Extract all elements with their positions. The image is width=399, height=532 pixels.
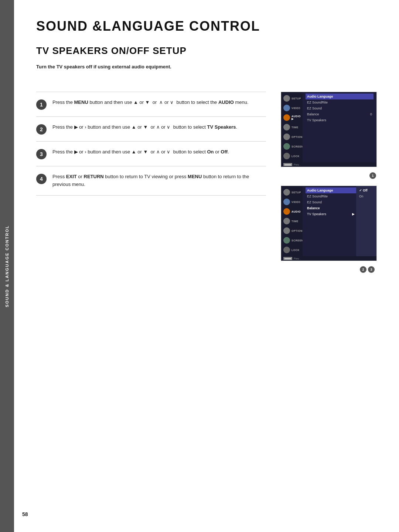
badge-3: 3 [368,266,375,273]
page-number: 58 [22,511,28,517]
steps-container: 1 Press the MENU button and then use ▲ o… [36,92,377,273]
sidebar-label: Sound & Language Control [5,225,9,307]
menu-screenshot-2: SETUP VIDEO AUDIO TIME [281,186,377,261]
menu1-footer-btn: ▬▬▬ [283,163,292,166]
menu1-ez-sound: EZ Sound [306,105,374,111]
step-number-4: 4 [36,174,47,184]
sidebar: Sound & Language Control [0,0,14,532]
menu1-footer: ▬▬▬ Prev . [281,162,376,167]
menu2-item-time: TIME [281,216,303,226]
menu1-item-video: VIDEO [281,103,303,113]
menu1-audio-language: Audio Language [306,94,374,99]
intro-text: Turn the TV speakers off if using extern… [36,64,377,70]
step-2: 2 Press the ▶ or › button and then use ▲… [36,116,266,141]
menu1-tv-speakers: TV Speakers [306,117,374,123]
menu1-balance: Balance0 [306,111,374,117]
submenu-off: ✓ Off [358,187,374,193]
menu2-submenu: ✓ Off On [356,186,376,256]
badge-row-23: 2 3 [281,265,377,273]
menu2-footer-text: Prev . [294,257,300,260]
main-content: Sound &Language Control TV Speakers On/O… [14,0,399,291]
badge-row-1: 1 [281,171,377,179]
menu-screenshots: SETUP VIDEO AUDIO ▶ TIME [281,92,377,273]
badge-2: 2 [360,266,366,273]
menu1-ez-soundrite: EZ SoundRite [306,99,374,105]
menu-screenshot-1: SETUP VIDEO AUDIO ▶ TIME [281,92,377,167]
menu2-item-option: OPTION [281,226,303,235]
page-title: Sound &Language Control [36,18,377,34]
step-number-3: 3 [36,149,47,159]
step-number-1: 1 [36,99,47,110]
step-text-4: Press EXIT or RETURN button to return to… [52,173,266,189]
step-text-1: Press the MENU button and then use ▲ or … [52,99,249,106]
menu1-footer-text: Prev . [294,163,300,166]
menu1-item-screen: SCREEN [281,142,303,151]
step-text-2: Press the ▶ or › button and then use ▲ o… [52,123,237,131]
step-4: 4 Press EXIT or RETURN button to return … [36,166,266,196]
menu2-item-lock: LOCK [281,245,303,255]
menu2-item-audio: AUDIO [281,207,303,216]
menu1-item-setup: SETUP [281,94,303,103]
step-text-3: Press the ▶ or › button and then use ▲ o… [52,148,229,156]
menu1-item-time: TIME [281,122,303,132]
menu2-item-video: VIDEO [281,197,303,207]
menu1-right-col: Audio Language EZ SoundRite EZ Sound Bal… [303,92,376,162]
menu1-item-audio: AUDIO ▶ [281,113,303,122]
menu2-footer: ▬▬▬ Prev . [281,256,376,261]
menu1-item-option: OPTION [281,132,303,142]
step-3: 3 Press the ▶ or › button and then use ▲… [36,141,266,166]
menu2-item-setup: SETUP [281,187,303,197]
step-number-2: 2 [36,124,47,135]
menu2-balance: Balance [306,205,356,211]
badge-1: 1 [369,172,376,179]
menu2-ez-soundrite: EZ SoundRite [306,193,356,199]
menu1-left-col: SETUP VIDEO AUDIO ▶ TIME [281,92,303,162]
menu1-item-lock: LOCK [281,151,303,161]
menu2-ez-sound: EZ Sound [306,199,356,205]
menu2-footer-btn: ▬▬▬ [283,257,292,260]
menu2-right-col: Audio Language EZ SoundRite EZ Sound Bal… [303,186,356,256]
step-1: 1 Press the MENU button and then use ▲ o… [36,92,266,116]
menu2-item-screen: SCREEN [281,235,303,245]
steps-list: 1 Press the MENU button and then use ▲ o… [36,92,266,273]
menu2-audio-language: Audio Language [306,187,356,193]
section-title: TV Speakers On/Off Setup [36,45,377,57]
menu2-left-col: SETUP VIDEO AUDIO TIME [281,186,303,256]
submenu-on: On [358,193,374,199]
menu2-tv-speakers: TV Speakers▶ [306,211,356,217]
